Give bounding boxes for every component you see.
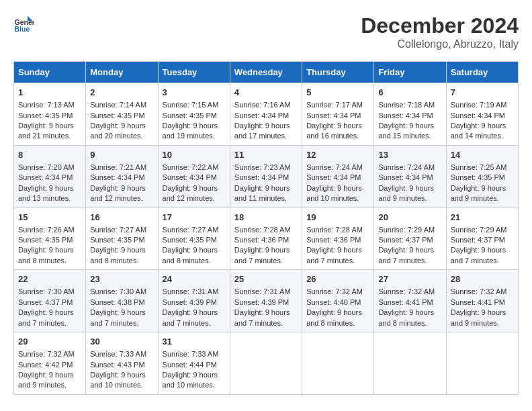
sunrise-label: Sunrise: 7:23 AM bbox=[234, 163, 291, 171]
header-row: Sunday Monday Tuesday Wednesday Thursday… bbox=[14, 62, 519, 83]
sunrise-label: Sunrise: 7:33 AM bbox=[163, 350, 219, 358]
sunrise-label: Sunrise: 7:28 AM bbox=[234, 226, 291, 234]
sunrise-label: Sunrise: 7:24 AM bbox=[306, 163, 363, 171]
sunset-label: Sunset: 4:39 PM bbox=[163, 298, 217, 306]
sunset-label: Sunset: 4:37 PM bbox=[451, 236, 505, 244]
sunrise-label: Sunrise: 7:27 AM bbox=[90, 226, 146, 234]
day-number: 18 bbox=[234, 212, 298, 224]
sunrise-label: Sunrise: 7:21 AM bbox=[90, 163, 146, 171]
sunset-label: Sunset: 4:44 PM bbox=[163, 361, 217, 369]
sunrise-label: Sunrise: 7:31 AM bbox=[234, 287, 291, 295]
daylight-label: Daylight: 9 hours and 13 minutes. bbox=[18, 184, 74, 202]
day-number: 20 bbox=[378, 212, 441, 224]
sunrise-label: Sunrise: 7:16 AM bbox=[234, 101, 291, 109]
day-number: 3 bbox=[163, 87, 226, 99]
sunrise-label: Sunrise: 7:18 AM bbox=[378, 101, 435, 109]
daylight-label: Daylight: 9 hours and 8 minutes. bbox=[18, 246, 74, 264]
logo: General Blue bbox=[13, 13, 34, 34]
day-number: 25 bbox=[234, 273, 298, 285]
daylight-label: Daylight: 9 hours and 7 minutes. bbox=[163, 308, 218, 326]
table-row: 16 Sunrise: 7:27 AM Sunset: 4:35 PM Dayl… bbox=[86, 208, 158, 270]
day-number: 12 bbox=[306, 149, 369, 161]
day-number: 23 bbox=[90, 273, 153, 285]
day-number: 5 bbox=[306, 87, 369, 99]
col-friday: Friday bbox=[374, 62, 446, 83]
table-row: 9 Sunrise: 7:21 AM Sunset: 4:34 PM Dayli… bbox=[86, 145, 158, 208]
daylight-label: Daylight: 9 hours and 21 minutes. bbox=[18, 122, 74, 140]
daylight-label: Daylight: 9 hours and 7 minutes. bbox=[90, 308, 146, 326]
table-row: 11 Sunrise: 7:23 AM Sunset: 4:34 PM Dayl… bbox=[230, 145, 302, 208]
sunrise-label: Sunrise: 7:30 AM bbox=[18, 287, 75, 295]
daylight-label: Daylight: 9 hours and 10 minutes. bbox=[163, 371, 218, 389]
col-tuesday: Tuesday bbox=[158, 62, 230, 83]
col-thursday: Thursday bbox=[302, 62, 374, 83]
sunrise-label: Sunrise: 7:20 AM bbox=[18, 163, 75, 171]
sunset-label: Sunset: 4:35 PM bbox=[163, 236, 217, 244]
daylight-label: Daylight: 9 hours and 12 minutes. bbox=[163, 184, 218, 202]
sunrise-label: Sunrise: 7:14 AM bbox=[90, 101, 146, 109]
day-number: 16 bbox=[90, 212, 153, 224]
day-number: 28 bbox=[451, 273, 514, 285]
daylight-label: Daylight: 9 hours and 7 minutes. bbox=[234, 308, 290, 326]
table-row: 23 Sunrise: 7:30 AM Sunset: 4:38 PM Dayl… bbox=[86, 270, 158, 332]
daylight-label: Daylight: 9 hours and 19 minutes. bbox=[163, 122, 218, 140]
sunrise-label: Sunrise: 7:26 AM bbox=[18, 226, 75, 234]
day-number: 15 bbox=[18, 212, 81, 224]
sunrise-label: Sunrise: 7:32 AM bbox=[451, 287, 507, 295]
daylight-label: Daylight: 9 hours and 7 minutes. bbox=[451, 246, 506, 264]
daylight-label: Daylight: 9 hours and 7 minutes. bbox=[378, 246, 434, 264]
sunset-label: Sunset: 4:39 PM bbox=[234, 298, 289, 306]
title-block: December 2024 Collelongo, Abruzzo, Italy bbox=[361, 13, 519, 50]
table-row bbox=[374, 332, 446, 395]
table-row bbox=[446, 332, 518, 395]
sunrise-label: Sunrise: 7:32 AM bbox=[18, 350, 75, 358]
daylight-label: Daylight: 9 hours and 8 minutes. bbox=[163, 246, 218, 264]
day-number: 2 bbox=[90, 87, 153, 99]
sunset-label: Sunset: 4:37 PM bbox=[18, 298, 73, 306]
sunset-label: Sunset: 4:43 PM bbox=[90, 361, 144, 369]
col-monday: Monday bbox=[86, 62, 158, 83]
day-number: 13 bbox=[378, 149, 441, 161]
sunrise-label: Sunrise: 7:33 AM bbox=[90, 350, 146, 358]
day-number: 30 bbox=[90, 336, 153, 348]
table-row: 17 Sunrise: 7:27 AM Sunset: 4:35 PM Dayl… bbox=[158, 208, 230, 270]
calendar-table: Sunday Monday Tuesday Wednesday Thursday… bbox=[13, 61, 519, 395]
sunset-label: Sunset: 4:34 PM bbox=[234, 111, 289, 120]
sunrise-label: Sunrise: 7:30 AM bbox=[90, 287, 146, 295]
col-sunday: Sunday bbox=[14, 62, 86, 83]
day-number: 10 bbox=[163, 149, 226, 161]
sunset-label: Sunset: 4:41 PM bbox=[378, 298, 433, 306]
day-number: 11 bbox=[234, 149, 298, 161]
table-row: 31 Sunrise: 7:33 AM Sunset: 4:44 PM Dayl… bbox=[158, 332, 230, 395]
daylight-label: Daylight: 9 hours and 12 minutes. bbox=[90, 184, 146, 202]
table-row: 25 Sunrise: 7:31 AM Sunset: 4:39 PM Dayl… bbox=[230, 270, 302, 332]
sunset-label: Sunset: 4:38 PM bbox=[90, 298, 144, 306]
table-row: 27 Sunrise: 7:32 AM Sunset: 4:41 PM Dayl… bbox=[374, 270, 446, 332]
day-number: 4 bbox=[234, 87, 298, 99]
sunrise-label: Sunrise: 7:13 AM bbox=[18, 101, 75, 109]
table-row bbox=[302, 332, 374, 395]
daylight-label: Daylight: 9 hours and 8 minutes. bbox=[90, 246, 146, 264]
day-number: 24 bbox=[163, 273, 226, 285]
table-row: 22 Sunrise: 7:30 AM Sunset: 4:37 PM Dayl… bbox=[14, 270, 86, 332]
sunrise-label: Sunrise: 7:28 AM bbox=[306, 226, 363, 234]
table-row: 29 Sunrise: 7:32 AM Sunset: 4:42 PM Dayl… bbox=[14, 332, 86, 395]
table-row: 2 Sunrise: 7:14 AM Sunset: 4:35 PM Dayli… bbox=[86, 83, 158, 146]
daylight-label: Daylight: 9 hours and 9 minutes. bbox=[451, 308, 506, 326]
daylight-label: Daylight: 9 hours and 20 minutes. bbox=[90, 122, 146, 140]
page-header: General Blue December 2024 Collelongo, A… bbox=[13, 13, 519, 50]
sunset-label: Sunset: 4:34 PM bbox=[234, 173, 289, 181]
sunrise-label: Sunrise: 7:25 AM bbox=[451, 163, 507, 171]
sunrise-label: Sunrise: 7:15 AM bbox=[163, 101, 219, 109]
daylight-label: Daylight: 9 hours and 14 minutes. bbox=[451, 122, 506, 140]
table-row: 10 Sunrise: 7:22 AM Sunset: 4:34 PM Dayl… bbox=[158, 145, 230, 208]
daylight-label: Daylight: 9 hours and 16 minutes. bbox=[306, 122, 362, 140]
table-row: 8 Sunrise: 7:20 AM Sunset: 4:34 PM Dayli… bbox=[14, 145, 86, 208]
day-number: 26 bbox=[306, 273, 369, 285]
day-number: 21 bbox=[451, 212, 514, 224]
sunrise-label: Sunrise: 7:29 AM bbox=[378, 226, 435, 234]
day-number: 6 bbox=[378, 87, 441, 99]
sunset-label: Sunset: 4:34 PM bbox=[378, 111, 433, 120]
daylight-label: Daylight: 9 hours and 8 minutes. bbox=[378, 308, 434, 326]
sunset-label: Sunset: 4:35 PM bbox=[451, 173, 505, 181]
